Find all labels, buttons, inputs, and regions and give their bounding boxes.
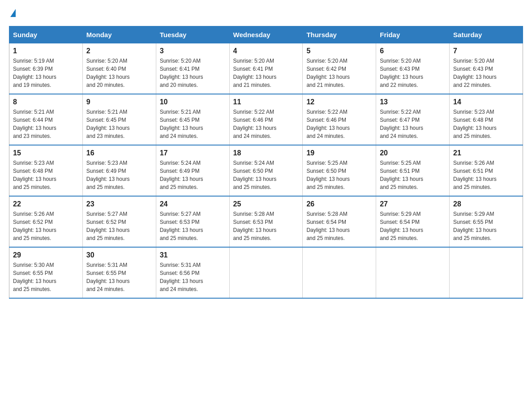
calendar-cell: 26 Sunrise: 5:28 AM Sunset: 6:54 PM Dayl…	[303, 196, 376, 247]
calendar-cell: 16 Sunrise: 5:23 AM Sunset: 6:49 PM Dayl…	[82, 145, 156, 196]
day-info: Sunrise: 5:23 AM Sunset: 6:49 PM Dayligh…	[86, 159, 152, 191]
day-number: 2	[86, 47, 152, 55]
week-row-1: 1 Sunrise: 5:19 AM Sunset: 6:39 PM Dayli…	[9, 43, 523, 94]
day-info: Sunrise: 5:28 AM Sunset: 6:53 PM Dayligh…	[233, 210, 299, 242]
day-number: 18	[233, 149, 299, 157]
day-info: Sunrise: 5:27 AM Sunset: 6:52 PM Dayligh…	[86, 210, 152, 242]
calendar-cell: 7 Sunrise: 5:20 AM Sunset: 6:43 PM Dayli…	[450, 43, 523, 94]
day-number: 6	[380, 47, 446, 55]
calendar-cell: 1 Sunrise: 5:19 AM Sunset: 6:39 PM Dayli…	[9, 43, 83, 94]
header-saturday: Saturday	[450, 26, 523, 43]
calendar-cell: 25 Sunrise: 5:28 AM Sunset: 6:53 PM Dayl…	[229, 196, 303, 247]
calendar-cell	[229, 247, 303, 298]
day-number: 29	[13, 251, 79, 259]
page-header	[9, 9, 523, 17]
header-thursday: Thursday	[303, 26, 376, 43]
day-number: 23	[86, 200, 152, 208]
calendar-cell: 10 Sunrise: 5:21 AM Sunset: 6:45 PM Dayl…	[156, 94, 229, 145]
day-info: Sunrise: 5:28 AM Sunset: 6:54 PM Dayligh…	[306, 210, 372, 242]
day-info: Sunrise: 5:27 AM Sunset: 6:53 PM Dayligh…	[160, 210, 226, 242]
day-info: Sunrise: 5:19 AM Sunset: 6:39 PM Dayligh…	[13, 57, 79, 89]
calendar-cell	[450, 247, 523, 298]
day-number: 17	[160, 149, 226, 157]
day-number: 7	[453, 47, 519, 55]
day-info: Sunrise: 5:20 AM Sunset: 6:41 PM Dayligh…	[233, 57, 299, 89]
day-number: 5	[306, 47, 372, 55]
day-info: Sunrise: 5:22 AM Sunset: 6:47 PM Dayligh…	[380, 108, 446, 140]
logo	[9, 9, 17, 17]
calendar-cell: 6 Sunrise: 5:20 AM Sunset: 6:43 PM Dayli…	[376, 43, 450, 94]
day-number: 20	[380, 149, 446, 157]
calendar-cell: 3 Sunrise: 5:20 AM Sunset: 6:41 PM Dayli…	[156, 43, 229, 94]
day-number: 24	[160, 200, 226, 208]
day-number: 10	[160, 98, 226, 106]
day-info: Sunrise: 5:26 AM Sunset: 6:51 PM Dayligh…	[453, 159, 519, 191]
calendar-cell: 28 Sunrise: 5:29 AM Sunset: 6:55 PM Dayl…	[450, 196, 523, 247]
day-info: Sunrise: 5:21 AM Sunset: 6:44 PM Dayligh…	[13, 108, 79, 140]
day-number: 21	[453, 149, 519, 157]
day-number: 26	[306, 200, 372, 208]
header-sunday: Sunday	[9, 26, 83, 43]
day-number: 31	[160, 251, 226, 259]
day-info: Sunrise: 5:31 AM Sunset: 6:56 PM Dayligh…	[160, 261, 226, 293]
day-info: Sunrise: 5:25 AM Sunset: 6:51 PM Dayligh…	[380, 159, 446, 191]
day-number: 22	[13, 200, 79, 208]
calendar-cell: 14 Sunrise: 5:23 AM Sunset: 6:48 PM Dayl…	[450, 94, 523, 145]
day-info: Sunrise: 5:20 AM Sunset: 6:40 PM Dayligh…	[86, 57, 152, 89]
calendar-cell: 17 Sunrise: 5:24 AM Sunset: 6:49 PM Dayl…	[156, 145, 229, 196]
day-number: 15	[13, 149, 79, 157]
day-info: Sunrise: 5:21 AM Sunset: 6:45 PM Dayligh…	[160, 108, 226, 140]
day-number: 3	[160, 47, 226, 55]
day-number: 28	[453, 200, 519, 208]
calendar-cell: 20 Sunrise: 5:25 AM Sunset: 6:51 PM Dayl…	[376, 145, 450, 196]
day-info: Sunrise: 5:20 AM Sunset: 6:42 PM Dayligh…	[306, 57, 372, 89]
day-info: Sunrise: 5:20 AM Sunset: 6:41 PM Dayligh…	[160, 57, 226, 89]
calendar-cell	[376, 247, 450, 298]
day-info: Sunrise: 5:20 AM Sunset: 6:43 PM Dayligh…	[453, 57, 519, 89]
day-info: Sunrise: 5:23 AM Sunset: 6:48 PM Dayligh…	[453, 108, 519, 140]
calendar-cell: 19 Sunrise: 5:25 AM Sunset: 6:50 PM Dayl…	[303, 145, 376, 196]
day-number: 30	[86, 251, 152, 259]
header-monday: Monday	[82, 26, 156, 43]
day-number: 9	[86, 98, 152, 106]
calendar-cell: 9 Sunrise: 5:21 AM Sunset: 6:45 PM Dayli…	[82, 94, 156, 145]
day-number: 4	[233, 47, 299, 55]
calendar-cell: 23 Sunrise: 5:27 AM Sunset: 6:52 PM Dayl…	[82, 196, 156, 247]
calendar-cell: 13 Sunrise: 5:22 AM Sunset: 6:47 PM Dayl…	[376, 94, 450, 145]
day-info: Sunrise: 5:26 AM Sunset: 6:52 PM Dayligh…	[13, 210, 79, 242]
calendar-cell: 31 Sunrise: 5:31 AM Sunset: 6:56 PM Dayl…	[156, 247, 229, 298]
header-wednesday: Wednesday	[229, 26, 303, 43]
header-tuesday: Tuesday	[156, 26, 229, 43]
day-number: 19	[306, 149, 372, 157]
day-number: 12	[306, 98, 372, 106]
day-info: Sunrise: 5:23 AM Sunset: 6:48 PM Dayligh…	[13, 159, 79, 191]
calendar-cell: 2 Sunrise: 5:20 AM Sunset: 6:40 PM Dayli…	[82, 43, 156, 94]
week-row-3: 15 Sunrise: 5:23 AM Sunset: 6:48 PM Dayl…	[9, 145, 523, 196]
day-number: 25	[233, 200, 299, 208]
day-info: Sunrise: 5:29 AM Sunset: 6:54 PM Dayligh…	[380, 210, 446, 242]
calendar-cell: 4 Sunrise: 5:20 AM Sunset: 6:41 PM Dayli…	[229, 43, 303, 94]
calendar-cell: 11 Sunrise: 5:22 AM Sunset: 6:46 PM Dayl…	[229, 94, 303, 145]
day-number: 16	[86, 149, 152, 157]
day-info: Sunrise: 5:24 AM Sunset: 6:50 PM Dayligh…	[233, 159, 299, 191]
day-info: Sunrise: 5:25 AM Sunset: 6:50 PM Dayligh…	[306, 159, 372, 191]
header-friday: Friday	[376, 26, 450, 43]
calendar-cell: 27 Sunrise: 5:29 AM Sunset: 6:54 PM Dayl…	[376, 196, 450, 247]
day-number: 14	[453, 98, 519, 106]
calendar-cell: 21 Sunrise: 5:26 AM Sunset: 6:51 PM Dayl…	[450, 145, 523, 196]
calendar-cell: 8 Sunrise: 5:21 AM Sunset: 6:44 PM Dayli…	[9, 94, 83, 145]
day-info: Sunrise: 5:31 AM Sunset: 6:55 PM Dayligh…	[86, 261, 152, 293]
day-number: 8	[13, 98, 79, 106]
day-number: 27	[380, 200, 446, 208]
calendar-cell: 5 Sunrise: 5:20 AM Sunset: 6:42 PM Dayli…	[303, 43, 376, 94]
calendar-cell	[303, 247, 376, 298]
day-info: Sunrise: 5:22 AM Sunset: 6:46 PM Dayligh…	[306, 108, 372, 140]
day-number: 13	[380, 98, 446, 106]
calendar-cell: 22 Sunrise: 5:26 AM Sunset: 6:52 PM Dayl…	[9, 196, 83, 247]
day-info: Sunrise: 5:22 AM Sunset: 6:46 PM Dayligh…	[233, 108, 299, 140]
calendar-cell: 24 Sunrise: 5:27 AM Sunset: 6:53 PM Dayl…	[156, 196, 229, 247]
calendar-cell: 29 Sunrise: 5:30 AM Sunset: 6:55 PM Dayl…	[9, 247, 83, 298]
calendar-cell: 30 Sunrise: 5:31 AM Sunset: 6:55 PM Dayl…	[82, 247, 156, 298]
day-number: 1	[13, 47, 79, 55]
calendar-cell: 15 Sunrise: 5:23 AM Sunset: 6:48 PM Dayl…	[9, 145, 83, 196]
